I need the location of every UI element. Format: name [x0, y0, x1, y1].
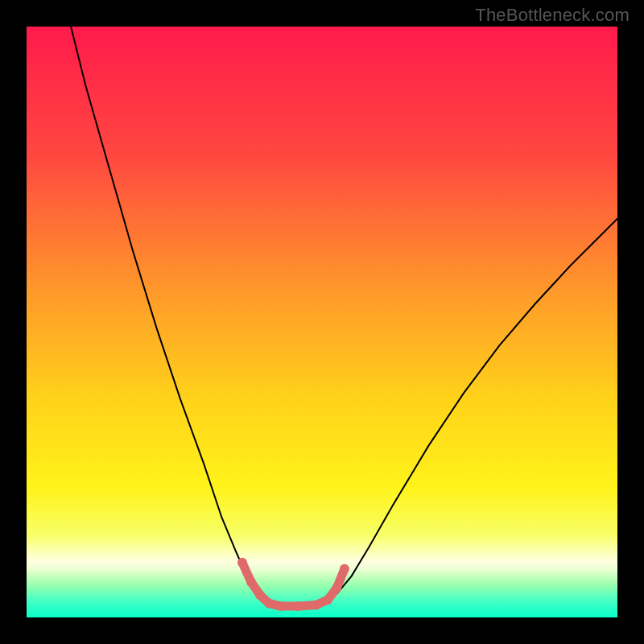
- chart-area: [27, 27, 617, 617]
- chart-background: [27, 27, 617, 617]
- outer-frame: TheBottleneck.com: [0, 0, 644, 644]
- series-optimal-zone-marker-dot: [312, 601, 321, 610]
- watermark-text: TheBottleneck.com: [475, 5, 630, 26]
- series-optimal-zone-marker-dot: [246, 577, 256, 587]
- series-optimal-zone-marker-dot: [294, 601, 303, 611]
- series-optimal-zone-marker-dot: [276, 601, 286, 611]
- series-optimal-zone-marker-dot: [323, 595, 332, 605]
- series-optimal-zone-marker-dot: [255, 590, 265, 600]
- chart-svg: [27, 27, 617, 617]
- series-optimal-zone-marker-dot: [237, 558, 247, 568]
- series-optimal-zone-marker-dot: [332, 583, 341, 592]
- series-optimal-zone-marker-dot: [340, 564, 349, 574]
- series-optimal-zone-marker-dot: [264, 598, 274, 608]
